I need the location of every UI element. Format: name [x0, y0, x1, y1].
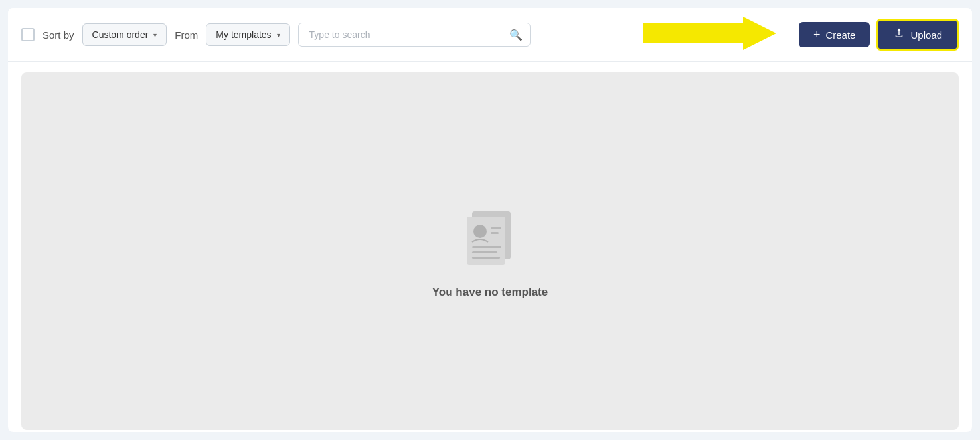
svg-marker-0 [643, 17, 776, 50]
create-button[interactable]: + Create [799, 22, 870, 47]
empty-state-message: You have no template [432, 286, 548, 299]
sort-dropdown[interactable]: Custom order ▾ [82, 23, 167, 46]
plus-icon: + [813, 29, 821, 41]
yellow-arrow-annotation [643, 17, 776, 53]
from-dropdown[interactable]: My templates ▾ [206, 23, 289, 46]
from-dropdown-value: My templates [216, 29, 271, 40]
upload-icon [893, 27, 905, 42]
upload-button-label: Upload [910, 29, 942, 41]
empty-state-area: You have no template [21, 72, 959, 430]
sort-dropdown-value: Custom order [92, 29, 149, 40]
action-buttons: + Create Upload [799, 19, 959, 51]
svg-rect-5 [491, 232, 499, 234]
template-icon [460, 203, 520, 273]
sort-by-label: Sort by [42, 29, 74, 41]
svg-rect-8 [472, 257, 500, 259]
arrow-svg [643, 17, 776, 50]
svg-rect-4 [491, 227, 501, 229]
svg-point-3 [473, 225, 487, 238]
from-chevron-icon: ▾ [277, 31, 280, 39]
from-label: From [175, 29, 198, 41]
toolbar: Sort by Custom order ▾ From My templates… [8, 8, 972, 62]
sort-chevron-icon: ▾ [153, 31, 157, 39]
select-all-checkbox[interactable] [21, 28, 35, 41]
svg-rect-7 [472, 251, 497, 253]
main-container: Sort by Custom order ▾ From My templates… [8, 8, 972, 432]
upload-button[interactable]: Upload [876, 19, 959, 51]
search-wrapper: 🔍 [298, 23, 531, 47]
svg-rect-6 [472, 246, 501, 248]
search-input[interactable] [298, 23, 531, 47]
page-wrapper: Sort by Custom order ▾ From My templates… [0, 0, 980, 440]
create-button-label: Create [825, 29, 855, 41]
